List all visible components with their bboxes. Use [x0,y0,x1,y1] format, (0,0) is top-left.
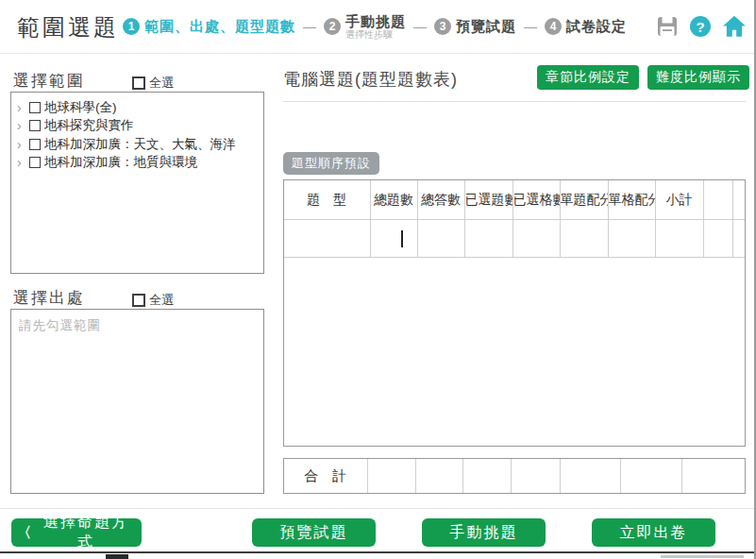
step-4-paper-settings[interactable]: 4 試卷設定 [545,18,627,36]
preview-questions-button[interactable]: 預覽試題 [252,518,376,547]
col-empty-1 [703,180,732,220]
table-header-row: 題 型 總題數 總答數 已選題數 已選格數 單題配分 單格配分 小計 [284,180,745,220]
page-title: 範圍選題 [17,12,119,42]
chevron-right-icon[interactable]: › [17,119,25,132]
range-tree: › 地球科學(全) › 地科探究與實作 › 地科加深加廣：天文、大氣、海洋 › … [10,92,264,274]
cell-points-per-question[interactable] [560,220,608,258]
tree-item-earth-science[interactable]: › 地球科學(全) [17,98,260,117]
chevron-right-icon[interactable]: › [17,156,25,169]
col-total-questions: 總題數 [370,180,417,220]
step-2-manual-pick[interactable]: 2 手動挑題 選擇性步驟 [324,13,406,41]
cell-empty-2 [732,220,745,258]
range-select-all[interactable]: 全選 [132,75,174,92]
ratio-buttons: 章節比例設定 難度比例顯示 [537,65,749,90]
cell-total-answers[interactable] [417,220,464,258]
step-separator: — [524,19,537,34]
totals-cell [462,459,511,493]
tree-item-label: 地科加深加廣：天文、大氣、海洋 [44,136,236,153]
chapter-ratio-button[interactable]: 章節比例設定 [537,65,639,90]
source-select-all[interactable]: 全選 [132,292,174,309]
tree-item-geology-environment[interactable]: › 地科加深加廣：地質與環境 [17,154,260,173]
tree-item-checkbox[interactable] [29,102,41,113]
source-panel-title: 選擇出處 [13,287,85,309]
table-row [284,220,745,258]
step-3-preview[interactable]: 3 預覽試題 [434,18,516,36]
step-2-label: 手動挑題 [345,13,406,29]
chevron-right-icon[interactable]: › [17,138,25,151]
tree-item-label: 地科探究與實作 [44,117,134,134]
cell-points-per-blank[interactable] [608,220,655,258]
tree-item-checkbox[interactable] [29,157,41,168]
step-4-number-icon: 4 [545,18,562,35]
help-icon[interactable]: ? [690,16,711,37]
title-divider [283,101,746,102]
col-empty-2 [732,180,745,220]
generate-paper-button[interactable]: 立即出卷 [592,518,715,547]
step-separator: — [303,19,316,34]
totals-cell [367,459,415,493]
totals-cell [620,459,681,493]
totals-cell [560,459,620,493]
cell-empty-1 [703,220,732,258]
col-points-per-question: 單題配分 [560,180,608,220]
tree-item-inquiry-practice[interactable]: › 地科探究與實作 [17,117,260,136]
totals-row: 合 計 [284,459,745,493]
chevron-right-icon[interactable]: › [17,101,25,114]
save-icon[interactable] [656,15,679,38]
cell-total-questions-input[interactable] [370,220,417,258]
range-select-all-checkbox[interactable] [132,76,145,90]
window-bottom-edge [0,551,756,553]
col-total-answers: 總答數 [417,180,464,220]
totals-cell [415,459,462,493]
totals-cell [511,459,560,493]
step-1-range[interactable]: 1 範圍、出處、題型題數 [123,18,295,36]
top-header: 範圍選題 1 範圍、出處、題型題數 — 2 手動挑題 選擇性步驟 — 3 預覽試… [0,0,756,54]
step-2-sublabel: 選擇性步驟 [345,29,406,41]
tree-item-label: 地科加深加廣：地質與環境 [44,154,197,171]
col-question-type: 題 型 [284,180,370,220]
source-placeholder: 請先勾選範圍 [19,317,256,334]
step-1-label: 範圍、出處、題型題數 [144,18,295,36]
difficulty-ratio-button[interactable]: 難度比例顯示 [647,65,749,90]
back-to-method-button[interactable]: 〈 選擇命題方式 [11,518,142,547]
cell-selected-blanks[interactable] [512,220,560,258]
step-3-label: 預覽試題 [456,18,516,36]
source-list: 請先勾選範圍 [10,309,264,494]
back-button-label: 選擇命題方式 [36,513,136,552]
source-select-all-label: 全選 [149,292,174,309]
tree-item-label: 地球科學(全) [44,99,117,116]
col-subtotal: 小計 [655,180,703,220]
clipped-content-fragment [106,554,128,559]
home-icon[interactable] [722,15,747,38]
question-order-badge[interactable]: 題型順序預設 [283,152,379,175]
tree-item-checkbox[interactable] [29,139,41,150]
clipped-content-fragment [661,555,744,558]
cell-question-type[interactable] [284,220,370,258]
step-2-number-icon: 2 [324,18,341,35]
cell-selected-questions[interactable] [464,220,512,258]
exam-builder-app: 範圍選題 1 範圍、出處、題型題數 — 2 手動挑題 選擇性步驟 — 3 預覽試… [0,0,756,559]
range-panel-title: 選擇範圍 [13,70,85,92]
tree-item-checkbox[interactable] [29,120,41,131]
totals-table: 合 計 [283,458,746,494]
footer-divider [0,508,756,509]
step-1-number-icon: 1 [123,18,140,35]
step-3-number-icon: 3 [434,18,451,35]
step-4-label: 試卷設定 [566,18,627,36]
question-type-table: 題 型 總題數 總答數 已選題數 已選格數 單題配分 單格配分 小計 [283,179,746,447]
tree-item-astro-atmos-ocean[interactable]: › 地科加深加廣：天文、大氣、海洋 [17,135,260,154]
col-selected-blanks: 已選格數 [512,180,560,220]
col-selected-questions: 已選題數 [464,180,512,220]
header-icons: ? [656,15,747,38]
range-select-all-label: 全選 [149,75,174,92]
step-separator: — [413,19,427,34]
source-select-all-checkbox[interactable] [132,294,145,307]
col-points-per-blank: 單格配分 [608,180,655,220]
totals-cell [681,459,745,493]
wizard-stepper: 1 範圍、出處、題型題數 — 2 手動挑題 選擇性步驟 — 3 預覽試題 — 4… [123,0,627,53]
text-caret [401,230,403,247]
manual-pick-button[interactable]: 手動挑題 [422,518,546,547]
chevron-left-icon: 〈 [17,524,31,542]
cell-subtotal[interactable] [655,220,703,258]
main-panel-title: 電腦選題(題型題數表) [283,68,458,91]
